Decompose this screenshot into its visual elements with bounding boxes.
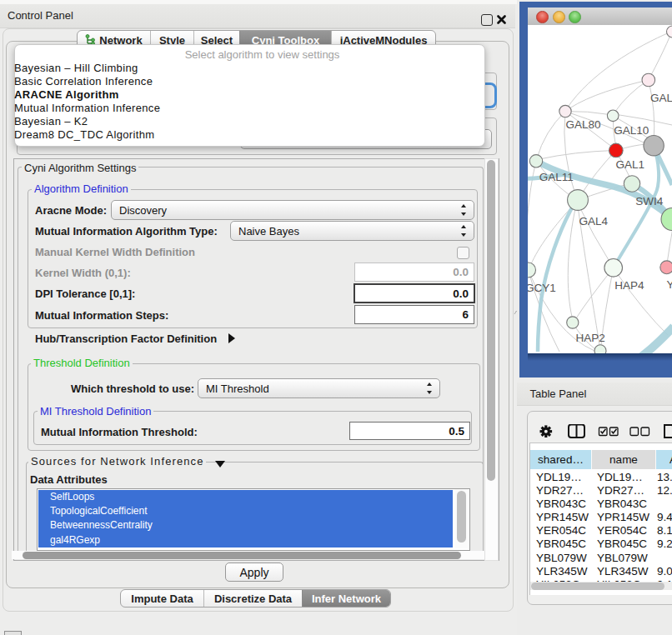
svg-text:HAP4: HAP4 bbox=[614, 279, 644, 292]
svg-text:GCY1: GCY1 bbox=[528, 282, 556, 294]
svg-text:HAP2: HAP2 bbox=[575, 332, 604, 344]
svg-text:GAL11: GAL11 bbox=[539, 171, 574, 183]
svg-text:GAL10: GAL10 bbox=[614, 124, 649, 137]
svg-text:GAL1: GAL1 bbox=[615, 158, 644, 171]
svg-text:SWI4: SWI4 bbox=[635, 195, 663, 208]
svg-text:GAL4: GAL4 bbox=[579, 215, 609, 228]
svg-text:GAL80: GAL80 bbox=[566, 118, 601, 131]
svg-text:Y: Y bbox=[667, 278, 672, 291]
svg-text:GAL2: GAL2 bbox=[650, 92, 672, 104]
